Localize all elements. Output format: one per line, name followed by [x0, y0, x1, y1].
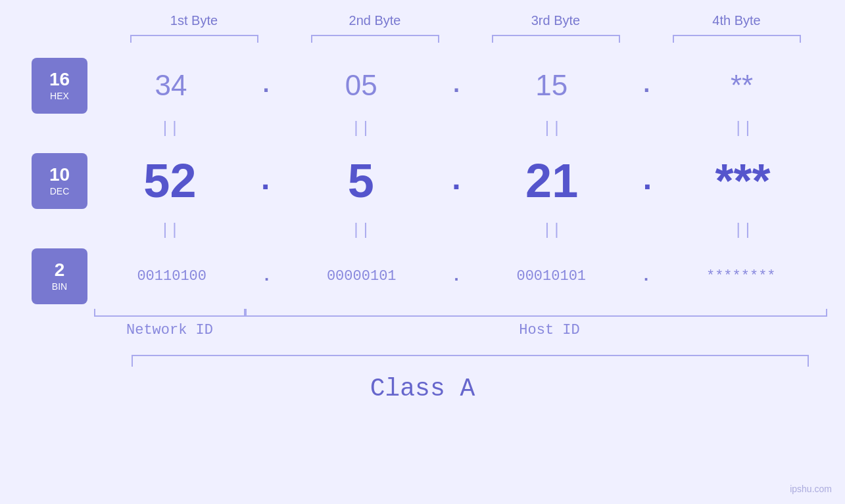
- bin-badge: 2 BIN: [32, 248, 87, 304]
- host-id-block: Host ID: [258, 309, 840, 338]
- bin-dot3: .: [641, 266, 652, 286]
- outer-bracket-right: [808, 355, 809, 367]
- class-label: Class A: [370, 375, 475, 403]
- bin-dot2: .: [451, 266, 462, 286]
- class-label-container: Class A: [370, 375, 475, 403]
- bin-badge-num: 2: [55, 261, 65, 279]
- network-id-label: Network ID: [126, 322, 213, 338]
- dec-badge: 10 DEC: [32, 153, 87, 209]
- equals-row-2: || || || ||: [0, 217, 845, 243]
- dec-dot3: .: [638, 165, 657, 196]
- eq2-b3: ||: [486, 221, 617, 239]
- host-id-bracket: [245, 309, 827, 317]
- bracket-2: [311, 35, 439, 43]
- eq1-b2: ||: [295, 120, 427, 137]
- bracket-row: [104, 35, 827, 43]
- dec-row: 10 DEC 52 . 5 . 21 . ***: [0, 145, 845, 217]
- byte4-header: 4th Byte: [671, 13, 802, 28]
- eq1-b1: ||: [104, 120, 235, 137]
- dec-dot2: .: [447, 165, 466, 196]
- bottom-section: Network ID Host ID: [32, 309, 845, 338]
- hex-row: 16 HEX 34 . 05 . 15 . **: [0, 56, 845, 115]
- dec-b4: ***: [677, 154, 809, 208]
- hex-badge-label: HEX: [50, 91, 69, 101]
- hex-values: 34 . 05 . 15 . **: [94, 69, 845, 102]
- hex-b1: 34: [105, 69, 237, 102]
- main-container: 1st Byte 2nd Byte 3rd Byte 4th Byte 16 H…: [0, 0, 845, 504]
- network-id-bracket: [94, 309, 245, 317]
- bin-b1: 00110100: [106, 268, 237, 285]
- bin-b2: 00000101: [296, 268, 427, 285]
- bracket-1: [130, 35, 258, 43]
- hex-badge-num: 16: [49, 70, 70, 89]
- hex-badge: 16 HEX: [32, 58, 87, 114]
- class-section: Class A: [0, 355, 845, 403]
- dec-dot1: .: [256, 165, 275, 196]
- bin-b4: ********: [675, 268, 807, 285]
- dec-b1: 52: [104, 154, 235, 208]
- bin-values: 00110100 . 00000101 . 00010101 . *******…: [94, 266, 845, 286]
- bin-badge-label: BIN: [52, 281, 67, 292]
- dec-badge-num: 10: [49, 166, 70, 184]
- equals-section-2: || || || ||: [94, 221, 845, 239]
- equals-section-1: || || || ||: [94, 120, 845, 137]
- content-area: 16 HEX 34 . 05 . 15 . **: [0, 49, 845, 403]
- dec-b2: 5: [295, 154, 427, 208]
- hex-dot3: .: [640, 72, 654, 99]
- network-id-block: Network ID: [94, 309, 245, 338]
- eq1-b4: ||: [677, 120, 809, 137]
- hex-b3: 15: [486, 69, 617, 102]
- dec-badge-label: DEC: [50, 186, 70, 196]
- byte2-header: 2nd Byte: [309, 13, 441, 28]
- dec-b3: 21: [486, 154, 617, 208]
- host-id-label: Host ID: [519, 322, 579, 338]
- hex-dot2: .: [449, 72, 464, 99]
- watermark: ipshu.com: [790, 484, 832, 494]
- outer-bracket-top-line: [132, 355, 809, 356]
- eq1-b3: ||: [486, 120, 617, 137]
- byte3-header: 3rd Byte: [490, 13, 621, 28]
- bracket-3: [492, 35, 620, 43]
- hex-dot1: .: [259, 72, 274, 99]
- hex-b2: 05: [295, 69, 427, 102]
- equals-row-1: || || || ||: [0, 115, 845, 141]
- byte1-header: 1st Byte: [128, 13, 260, 28]
- eq2-b2: ||: [295, 221, 427, 239]
- hex-b4: **: [676, 69, 808, 102]
- byte-headers: 1st Byte 2nd Byte 3rd Byte 4th Byte: [104, 13, 827, 28]
- bin-dot1: .: [262, 266, 272, 286]
- bin-b3: 00010101: [485, 268, 617, 285]
- bracket-4: [673, 35, 801, 43]
- dec-values: 52 . 5 . 21 . ***: [94, 154, 845, 208]
- outer-bracket-left: [132, 355, 133, 367]
- eq2-b4: ||: [677, 221, 809, 239]
- bin-row: 2 BIN 00110100 . 00000101 . 00010101 . *…: [0, 246, 845, 306]
- eq2-b1: ||: [104, 221, 235, 239]
